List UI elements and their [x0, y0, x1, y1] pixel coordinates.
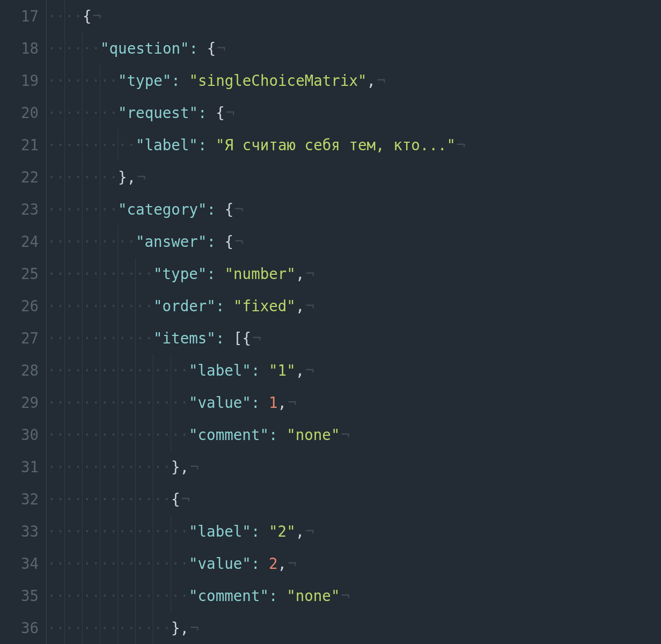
eol-marker: ¬ [305, 265, 314, 282]
code-line[interactable]: 21··········"label": "Я считаю себя тем,… [0, 129, 661, 161]
eol-marker: ¬ [377, 72, 386, 89]
code-line[interactable]: 22········},¬ [0, 161, 661, 193]
indent-guide: ·· [47, 322, 65, 354]
indent-guide: ·· [100, 547, 118, 580]
code-content[interactable]: ··············},¬ [47, 451, 661, 483]
code-line[interactable]: 27············"items": [{¬ [0, 322, 661, 354]
indent-guide: ·· [64, 32, 83, 64]
code-content[interactable]: ············"order": "fixed",¬ [47, 290, 661, 322]
code-line[interactable]: 18······"question": {¬ [0, 32, 661, 64]
indent-guide: ·· [100, 290, 118, 322]
token-plain: , [296, 265, 305, 282]
token-plain: { [171, 491, 180, 508]
code-content[interactable]: ··············},¬ [47, 612, 661, 644]
line-number: 33 [0, 515, 47, 547]
indent-guide: ·· [135, 580, 153, 612]
token-plain [216, 201, 225, 218]
token-plain [224, 297, 233, 314]
indent-guide: ·· [47, 612, 65, 644]
line-number: 20 [0, 97, 47, 129]
indent-guide: ·· [82, 290, 100, 322]
indent-guide: ·· [47, 97, 65, 129]
code-content[interactable]: ················"value": 1,¬ [47, 386, 661, 419]
eol-marker: ¬ [288, 555, 297, 572]
line-number: 19 [0, 64, 47, 97]
code-line[interactable]: 30················"comment": "none"¬ [0, 419, 661, 451]
code-line[interactable]: 26············"order": "fixed",¬ [0, 290, 661, 322]
token-plain: , [278, 555, 287, 572]
token-key: : [269, 587, 278, 604]
code-content[interactable]: ················"label": "1",¬ [47, 354, 661, 386]
indent-guide: ·· [47, 129, 65, 161]
eol-marker: ¬ [93, 8, 102, 25]
code-line[interactable]: 33················"label": "2",¬ [0, 515, 661, 547]
code-content[interactable]: ········"category": {¬ [47, 193, 661, 225]
code-line[interactable]: 19········"type": "singleChoiceMatrix",¬ [0, 64, 661, 97]
token-key: : [198, 104, 207, 121]
code-content[interactable]: ········},¬ [47, 161, 661, 193]
indent-guide: ·· [153, 419, 171, 451]
code-line[interactable]: 35················"comment": "none"¬ [0, 580, 661, 612]
indent-guide: ·· [82, 419, 100, 451]
eol-marker: ¬ [252, 330, 261, 347]
code-content[interactable]: ················"comment": "none"¬ [47, 419, 661, 451]
line-number: 23 [0, 193, 47, 225]
code-line[interactable]: 29················"value": 1,¬ [0, 386, 661, 419]
indent-guide: ·· [117, 258, 136, 290]
token-plain [260, 523, 269, 540]
code-line[interactable]: 36··············},¬ [0, 612, 661, 644]
indent-guide: ·· [100, 419, 118, 451]
indent-guide: ·· [135, 451, 153, 483]
eol-marker: ¬ [341, 587, 350, 604]
line-number: 22 [0, 161, 47, 193]
code-line[interactable]: 32··············{¬ [0, 483, 661, 515]
indent-guide: ·· [82, 161, 100, 193]
indent-guide: ·· [82, 193, 100, 225]
indent-guide: ·· [64, 515, 83, 547]
code-content[interactable]: ················"comment": "none"¬ [47, 580, 661, 612]
code-content[interactable]: ··············{¬ [47, 483, 661, 515]
code-line[interactable]: 20········"request": {¬ [0, 97, 661, 129]
code-line[interactable]: 17····{¬ [0, 0, 661, 32]
indent-guide: ·· [47, 64, 65, 97]
code-content[interactable]: ··········"label": "Я считаю себя тем, к… [47, 129, 661, 161]
eol-marker: ¬ [457, 136, 466, 153]
code-content[interactable]: ············"type": "number",¬ [47, 258, 661, 290]
indent-guide: ·· [47, 580, 65, 612]
token-key: : [207, 265, 216, 282]
line-number: 35 [0, 580, 47, 612]
line-number: 26 [0, 290, 47, 322]
indent-guide: ·· [171, 419, 189, 451]
eol-marker: ¬ [217, 40, 226, 57]
indent-guide: ·· [100, 193, 118, 225]
token-str: "fixed" [233, 297, 296, 314]
line-number: 25 [0, 258, 47, 290]
code-content[interactable]: ············"items": [{¬ [47, 322, 661, 354]
code-content[interactable]: ················"value": 2,¬ [47, 547, 661, 580]
indent-guide: ·· [117, 580, 136, 612]
code-editor[interactable]: 17····{¬18······"question": {¬19········… [0, 0, 661, 644]
code-line[interactable]: 24··········"answer": {¬ [0, 225, 661, 258]
code-line[interactable]: 25············"type": "number",¬ [0, 258, 661, 290]
token-key: : [198, 136, 207, 153]
token-key: "value" [189, 394, 251, 411]
code-content[interactable]: ········"type": "singleChoiceMatrix",¬ [47, 64, 661, 97]
token-plain: } [118, 169, 127, 186]
code-content[interactable]: ················"label": "2",¬ [47, 515, 661, 547]
code-line[interactable]: 23········"category": {¬ [0, 193, 661, 225]
indent-guide: ·· [47, 290, 65, 322]
indent-guide: ·· [82, 612, 100, 644]
code-content[interactable]: ········"request": {¬ [47, 97, 661, 129]
code-line[interactable]: 31··············},¬ [0, 451, 661, 483]
line-number: 30 [0, 419, 47, 451]
code-line[interactable]: 34················"value": 2,¬ [0, 547, 661, 580]
indent-guide: ·· [82, 258, 100, 290]
token-key: "type" [118, 72, 171, 89]
code-content[interactable]: ······"question": {¬ [47, 32, 661, 64]
code-content[interactable]: ··········"answer": {¬ [47, 225, 661, 258]
token-str: "none" [287, 587, 340, 604]
code-line[interactable]: 28················"label": "1",¬ [0, 354, 661, 386]
token-plain [180, 72, 189, 89]
code-content[interactable]: ····{¬ [47, 0, 661, 32]
indent-guide: ·· [153, 451, 171, 483]
